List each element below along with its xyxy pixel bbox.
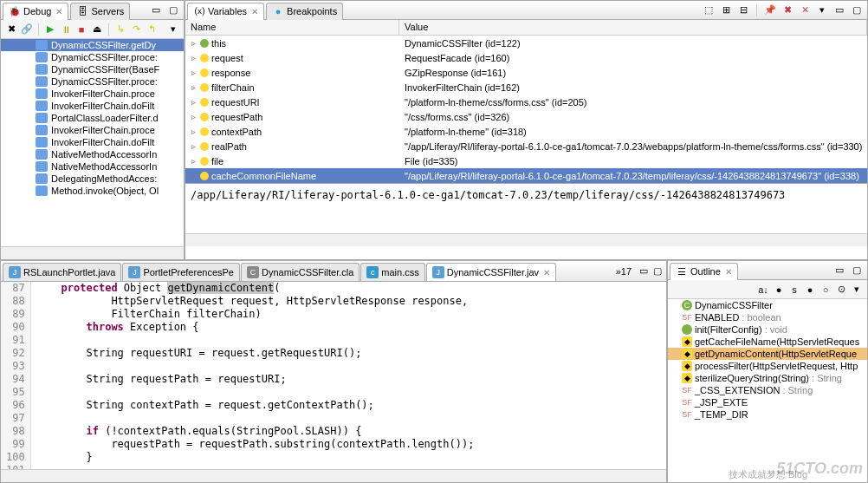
minimize-icon[interactable]: ▭ bbox=[149, 3, 163, 17]
outline-item[interactable]: ◆sterilizeQueryString(String) : String bbox=[668, 372, 867, 384]
outline-item[interactable]: SF_TEMP_DIR bbox=[668, 408, 867, 421]
expand-icon[interactable]: ▹ bbox=[189, 141, 198, 151]
expand-icon[interactable]: ▹ bbox=[189, 82, 198, 92]
close-icon[interactable]: ✕ bbox=[725, 267, 732, 277]
outline-tree[interactable]: CDynamicCSSFilterSFENABLED : booleaninit… bbox=[668, 299, 867, 482]
expand-icon[interactable]: ▹ bbox=[189, 68, 198, 77]
hide-nonpublic-icon[interactable]: ● bbox=[803, 283, 817, 297]
outline-item[interactable]: init(FilterConfig) : void bbox=[668, 323, 867, 336]
editor-tab[interactable]: JDynamicCSSFilter.jav✕ bbox=[426, 263, 556, 282]
expand-icon[interactable]: ▹ bbox=[189, 97, 198, 107]
editor-body[interactable]: 87888990919293949596979899100101 protect… bbox=[1, 282, 666, 469]
variable-row[interactable]: ▹contextPath"/platform-ln-theme" (id=318… bbox=[185, 124, 867, 139]
view-menu-icon[interactable]: ▾ bbox=[815, 3, 829, 17]
stack-frame[interactable]: InvokerFilterChain.doFilt bbox=[1, 136, 184, 148]
stack-frame[interactable]: InvokerFilterChain.proce bbox=[1, 124, 184, 136]
hide-local-icon[interactable]: ○ bbox=[819, 283, 832, 297]
terminate-icon[interactable]: ■ bbox=[74, 23, 88, 36]
variable-row[interactable]: ▹realPath"/app/Liferay/RI/liferay-portal… bbox=[185, 139, 867, 153]
expand-icon[interactable]: ▹ bbox=[189, 127, 198, 136]
tab-outline[interactable]: ☰ Outline ✕ bbox=[670, 263, 738, 280]
tab-servers[interactable]: 🗄 Servers bbox=[70, 3, 130, 20]
variables-tree[interactable]: ▹thisDynamicCSSFilter (id=122)▹requestRe… bbox=[185, 36, 867, 183]
stack-frame[interactable]: InvokerFilterChain.proce bbox=[1, 88, 184, 100]
tab-debug[interactable]: 🐞 Debug ✕ bbox=[3, 3, 68, 20]
variable-row[interactable]: ▹filterChainInvokerFilterChain (id=162) bbox=[185, 80, 867, 95]
pin-icon[interactable]: 📌 bbox=[763, 3, 777, 17]
maximize-icon[interactable]: ▢ bbox=[850, 3, 864, 17]
step-into-icon[interactable]: ↳ bbox=[113, 23, 127, 36]
expand-icon[interactable]: ▹ bbox=[189, 53, 198, 62]
step-return-icon[interactable]: ↰ bbox=[145, 23, 159, 36]
stack-frame[interactable]: DynamicCSSFilter(BaseF bbox=[1, 63, 184, 75]
maximize-icon[interactable]: ▢ bbox=[166, 3, 180, 17]
stack-frame[interactable]: DynamicCSSFilter.proce: bbox=[1, 51, 184, 63]
stack-frame[interactable]: DynamicCSSFilter.getDy bbox=[1, 39, 184, 51]
outline-item[interactable]: CDynamicCSSFilter bbox=[668, 299, 867, 311]
expand-icon[interactable]: ▹ bbox=[189, 38, 198, 48]
minimize-icon[interactable]: ▭ bbox=[637, 264, 651, 278]
call-stack[interactable]: DynamicCSSFilter.getDyDynamicCSSFilter.p… bbox=[1, 39, 184, 246]
variable-row[interactable]: ▹fileFile (id=335) bbox=[185, 153, 867, 168]
close-icon[interactable]: ✕ bbox=[251, 7, 258, 16]
outline-item[interactable]: SF_JSP_EXTE bbox=[668, 396, 867, 408]
editor-tab[interactable]: JRSLaunchPortlet.java bbox=[3, 263, 121, 282]
variable-row[interactable]: ▹responseGZipResponse (id=161) bbox=[185, 65, 867, 80]
outline-item[interactable]: SF_CSS_EXTENSION : String bbox=[668, 384, 867, 396]
link-icon[interactable]: 🔗 bbox=[20, 23, 34, 36]
close-icon[interactable]: ✕ bbox=[55, 7, 62, 16]
step-over-icon[interactable]: ↷ bbox=[129, 23, 143, 36]
expand-icon[interactable]: ▹ bbox=[189, 171, 198, 180]
maximize-icon[interactable]: ▢ bbox=[651, 264, 664, 278]
expand-icon[interactable]: ▹ bbox=[189, 112, 198, 121]
remove-all-icon[interactable]: ⨯ bbox=[798, 3, 812, 17]
view-menu-icon[interactable]: ▾ bbox=[166, 23, 180, 36]
stack-frame[interactable]: NativeMethodAccessorIn bbox=[1, 148, 184, 160]
disconnect-icon[interactable]: ⏏ bbox=[90, 23, 104, 36]
focus-icon[interactable]: ⊙ bbox=[834, 283, 848, 297]
horizontal-scrollbar[interactable] bbox=[185, 233, 867, 246]
variable-detail[interactable]: /app/Liferay/RI/liferay-portal-6.1.0-ce-… bbox=[185, 183, 867, 233]
stack-frame[interactable]: InvokerFilterChain.doFilt bbox=[1, 100, 184, 112]
stack-frame[interactable]: PortalClassLoaderFilter.d bbox=[1, 112, 184, 124]
expand-icon[interactable]: ▹ bbox=[189, 156, 198, 166]
horizontal-scrollbar[interactable] bbox=[1, 469, 666, 482]
hide-static-icon[interactable]: s bbox=[787, 283, 801, 297]
stack-frame[interactable]: NativeMethodAccessorIn bbox=[1, 160, 184, 173]
editor-tab[interactable]: JPortletPreferencesPe bbox=[122, 263, 240, 282]
remove-icon[interactable]: ✖ bbox=[781, 3, 794, 17]
outline-item[interactable]: ◆getDynamicContent(HttpServletReque bbox=[668, 348, 867, 360]
variable-row[interactable]: ▹requestRequestFacade (id=160) bbox=[185, 50, 867, 65]
outline-item[interactable]: ◆getCacheFileName(HttpServletReques bbox=[668, 336, 867, 348]
collapse-all-icon[interactable]: ⊟ bbox=[736, 3, 750, 17]
variable-row[interactable]: ▹requestPath"/css/forms.css" (id=326) bbox=[185, 109, 867, 124]
column-value[interactable]: Value bbox=[399, 20, 867, 35]
horizontal-scrollbar[interactable] bbox=[1, 246, 184, 259]
stack-frame[interactable]: Method.invoke(Object, Ol bbox=[1, 185, 184, 197]
minimize-icon[interactable]: ▭ bbox=[832, 264, 846, 277]
maximize-icon[interactable]: ▢ bbox=[850, 264, 864, 277]
tab-variables[interactable]: ⒳ Variables ✕ bbox=[187, 3, 264, 20]
outline-item[interactable]: ◆processFilter(HttpServletRequest, Http bbox=[668, 360, 867, 372]
tab-breakpoints[interactable]: ● Breakpoints bbox=[266, 3, 343, 20]
column-name[interactable]: Name bbox=[185, 20, 399, 35]
stack-frame[interactable]: DynamicCSSFilter.proce: bbox=[1, 75, 184, 88]
variable-row[interactable]: ▹cacheCommonFileName"/app/Liferay/RI/lif… bbox=[185, 168, 867, 183]
view-menu-icon[interactable]: ▾ bbox=[850, 283, 864, 297]
close-icon[interactable]: ✕ bbox=[543, 268, 550, 277]
editor-tab[interactable]: CDynamicCSSFilter.cla bbox=[241, 263, 360, 282]
remove-terminated-icon[interactable]: ✖ bbox=[4, 23, 18, 36]
outline-item[interactable]: SFENABLED : boolean bbox=[668, 311, 867, 323]
sort-icon[interactable]: a↓ bbox=[756, 283, 770, 297]
tab-overflow[interactable]: »17 bbox=[611, 266, 637, 277]
editor-tab[interactable]: cmain.css bbox=[360, 263, 424, 282]
variable-row[interactable]: ▹thisDynamicCSSFilter (id=122) bbox=[185, 36, 867, 50]
resume-icon[interactable]: ▶ bbox=[43, 23, 57, 36]
logical-structure-icon[interactable]: ⊞ bbox=[719, 3, 733, 17]
hide-fields-icon[interactable]: ● bbox=[772, 283, 786, 297]
show-type-names-icon[interactable]: ⬚ bbox=[702, 3, 716, 17]
stack-frame[interactable]: DelegatingMethodAcces: bbox=[1, 173, 184, 185]
suspend-icon[interactable]: ⏸ bbox=[59, 23, 73, 36]
minimize-icon[interactable]: ▭ bbox=[832, 3, 846, 17]
code-area[interactable]: protected Object getDynamicContent( Http… bbox=[31, 282, 666, 469]
